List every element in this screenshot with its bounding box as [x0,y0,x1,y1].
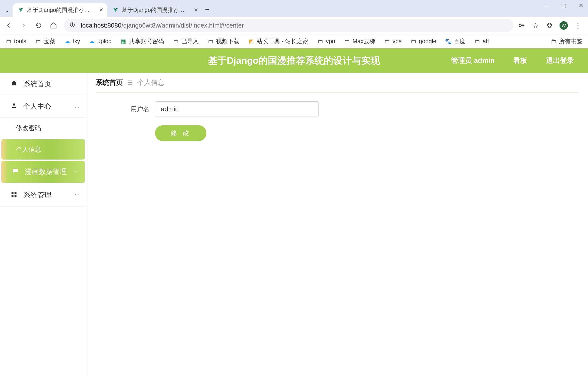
sidebar-item-home[interactable]: 系统首页 [0,73,86,95]
password-key-icon[interactable] [518,22,525,29]
sidebar: 系统首页 个人中心 ︿ 修改密码 个人信息 漫画数据管理 ﹀ [0,73,86,377]
sidebar-sub-profile[interactable]: 个人信息 [1,139,85,160]
folder-icon: 🗀 [208,38,214,44]
folder-icon: 🗀 [35,38,41,44]
paw-icon: 🐾 [445,38,451,44]
breadcrumb-home[interactable]: 系统首页 [96,78,123,87]
form-row-username: 用户名 [126,101,579,117]
vue-favicon-icon [113,7,119,13]
svg-rect-7 [12,195,13,197]
bookmark-label: uplod [97,38,112,45]
bookmark-zhanzhang[interactable]: ◩站长工具 - 站长之家 [248,37,309,45]
sidebar-item-label: 系统管理 [23,190,51,200]
forward-button[interactable] [20,22,28,29]
home-icon [50,22,57,29]
cloud-icon: ☁ [64,38,70,44]
grid-icon [11,191,19,199]
back-button[interactable] [5,22,13,29]
folder-icon: 🗀 [551,38,557,45]
url-text: localhost:8080/django6wt8w/admin/dist/in… [81,22,244,29]
chevron-down-icon [4,9,10,14]
all-bookmarks-label: 所有书签 [559,37,582,45]
bookmark-label: 共享账号密码 [129,37,164,45]
tool-icon: ◩ [248,38,254,44]
new-tab-button[interactable]: + [205,6,209,13]
chevron-down-icon: ﹀ [73,168,78,176]
site-info-icon[interactable] [69,22,77,29]
toolbar-right-icons: ☆ W ⋮ [518,21,585,30]
bookmark-label: 站长工具 - 站长之家 [257,37,309,45]
breadcrumb: 系统首页 ☰ 个人信息 [96,73,579,93]
bookmark-baozang[interactable]: 🗀宝藏 [35,37,55,45]
bookmark-video-dl[interactable]: 🗀视频下载 [208,37,239,45]
folder-icon: 🗀 [474,38,480,44]
folder-icon: 🗀 [6,38,12,44]
bookmark-label: 已导入 [181,37,199,45]
tab-search-dropdown[interactable] [4,8,11,15]
bookmark-label: vps [392,38,402,45]
sidebar-item-personal-center[interactable]: 个人中心 ︿ [0,95,86,118]
bookmark-tools[interactable]: 🗀tools [6,38,26,45]
svg-rect-5 [12,192,13,194]
bookmark-vpn[interactable]: 🗀vpn [317,38,335,45]
sidebar-sub-change-password[interactable]: 修改密码 [0,118,86,138]
bookmark-vps[interactable]: 🗀vps [384,38,402,45]
minimize-button[interactable]: — [542,2,551,9]
bookmark-aff[interactable]: 🗀aff [474,38,489,45]
nav-buttons [3,22,60,29]
profile-avatar[interactable]: W [560,21,568,30]
main-content: 系统首页 ☰ 个人信息 用户名 修 改 [86,73,588,377]
home-button[interactable] [49,22,58,29]
app-body: 系统首页 个人中心 ︿ 修改密码 个人信息 漫画数据管理 ﹀ [0,73,588,377]
profile-form: 用户名 修 改 [96,93,579,141]
reload-icon [35,22,42,29]
vue-favicon-icon [18,7,24,13]
username-label: 用户名 [126,105,150,113]
bookmark-label: 视频下载 [216,37,239,45]
close-window-button[interactable]: ✕ [577,2,585,9]
bookmark-imported[interactable]: 🗀已导入 [173,37,199,45]
sidebar-item-label: 漫画数据管理 [25,167,67,177]
header-admin-link[interactable]: 管理员 admin [451,56,495,65]
sidebar-item-sys-mgmt[interactable]: 系统管理 ﹀ [0,184,86,206]
header-board-link[interactable]: 看板 [513,56,527,65]
arrow-right-icon [20,22,27,29]
browser-tab-0[interactable]: 基于Django的国漫推荐系统的 ✕ [13,3,107,17]
bookmark-shared-pwd[interactable]: ▦共享账号密码 [120,37,164,45]
submit-button[interactable]: 修 改 [155,125,207,141]
header-logout-link[interactable]: 退出登录 [546,56,574,65]
breadcrumb-separator-icon: ☰ [127,79,133,86]
all-bookmarks[interactable]: 🗀所有书签 [551,37,582,45]
tab-close-button[interactable]: ✕ [99,7,103,13]
bookmark-uplod[interactable]: ☁uplod [89,38,112,45]
browser-tab-1[interactable]: 基于Django的国漫推荐系统的 ✕ [107,3,202,17]
bookmark-google[interactable]: 🗀google [411,38,437,45]
kebab-menu-icon[interactable]: ⋮ [574,22,582,29]
bookmark-maxyunti[interactable]: 🗀Max云梯 [344,37,375,45]
bookmark-label: vpn [326,38,335,45]
reload-button[interactable] [35,22,43,29]
sidebar-item-label: 个人中心 [23,102,51,111]
bookmark-baidu[interactable]: 🐾百度 [445,37,465,45]
username-input[interactable] [155,101,319,117]
arrow-left-icon [5,22,12,29]
tab-close-button[interactable]: ✕ [194,7,198,13]
bookmark-label: aff [483,38,489,45]
sidebar-sub-label: 修改密码 [16,124,41,132]
svg-rect-2 [72,23,73,24]
bookmark-label: 宝藏 [44,37,55,45]
bookmark-label: tools [14,38,26,45]
bookmark-txy[interactable]: ☁txy [64,38,80,45]
tab-title: 基于Django的国漫推荐系统的 [27,6,95,14]
app-header: 基于Django的国漫推荐系统的设计与实现 管理员 admin 看板 退出登录 [0,48,588,73]
bookmark-star-icon[interactable]: ☆ [531,22,539,29]
url-bar[interactable]: localhost:8080/django6wt8w/admin/dist/in… [64,19,513,32]
tabs-container: 基于Django的国漫推荐系统的 ✕ 基于Django的国漫推荐系统的 ✕ [13,0,202,17]
sidebar-item-manga-mgmt[interactable]: 漫画数据管理 ﹀ [1,161,85,183]
folder-icon: 🗀 [411,38,417,44]
browser-tabstrip: 基于Django的国漫推荐系统的 ✕ 基于Django的国漫推荐系统的 ✕ + … [0,0,588,17]
maximize-button[interactable]: ▢ [560,2,568,9]
window-controls: — ▢ ✕ [542,2,585,9]
extensions-icon[interactable] [545,22,553,29]
bookmark-label: Max云梯 [352,37,375,45]
